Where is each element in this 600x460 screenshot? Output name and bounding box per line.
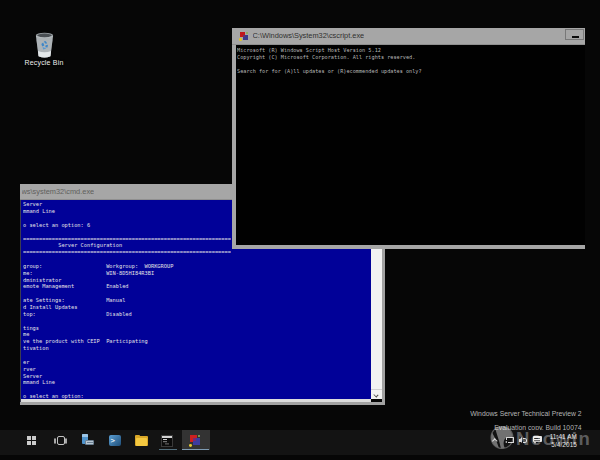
eval-watermark-line1: Windows Server Technical Preview 2 (470, 407, 581, 421)
tray-expand-button[interactable] (492, 438, 499, 443)
chevron-up-icon (492, 438, 497, 443)
powershell-icon: > (110, 436, 115, 445)
volume-tray-button[interactable] (519, 437, 528, 445)
cmd-window-border-left (20, 200, 21, 402)
tray-clock[interactable]: 11:41 AM 5/4/2015 (543, 433, 577, 450)
cscript-window-icon (240, 32, 249, 41)
file-explorer-button[interactable] (135, 436, 148, 446)
cmd-console-text: Server mmand Line o select an option: 6 … (23, 201, 231, 399)
cmd-scroll-down-icon[interactable] (371, 389, 382, 399)
desktop: Recycle Bin Windows Server Technical Pre… (0, 0, 600, 460)
cmd-window-border-bottom (20, 402, 385, 405)
minimize-button[interactable] (565, 29, 585, 41)
network-tray-button[interactable] (505, 437, 515, 444)
cscript-window-border-left (232, 45, 236, 249)
start-icon (27, 436, 31, 440)
server-manager-button[interactable] (81, 434, 94, 446)
minimize-icon (572, 36, 579, 38)
recycle-bin-label: Recycle Bin (13, 59, 75, 66)
recycle-bin-shortcut[interactable]: Recycle Bin (13, 32, 75, 66)
powershell-button[interactable]: > (109, 435, 121, 446)
cmd-window-title: ws\system32\cmd.exe (22, 184, 95, 200)
start-button[interactable] (27, 436, 37, 446)
taskbar: > (0, 430, 600, 455)
task-view-button[interactable] (54, 436, 67, 445)
cscript-window: C:\Windows\System32\cscript.exe Microsof… (232, 28, 585, 249)
recycle-bin-icon (33, 32, 56, 58)
cscript-window-titlebar[interactable]: C:\Windows\System32\cscript.exe (232, 28, 585, 45)
action-center-button[interactable] (533, 436, 542, 445)
task-view-icon (57, 436, 65, 445)
tray-time: 11:41 AM (543, 433, 577, 442)
cmd-taskbar-button[interactable] (161, 435, 174, 448)
cscript-window-border-bottom (232, 245, 585, 249)
cscript-running-indicator (182, 449, 209, 451)
cscript-console-text: Microsoft (R) Windows Script Host Versio… (237, 46, 422, 74)
cscript-window-title: C:\Windows\System32\cscript.exe (253, 28, 365, 45)
tray-date: 5/4/2015 (543, 441, 577, 450)
cmd-running-indicator (159, 449, 177, 451)
cscript-taskbar-icon (189, 435, 202, 448)
cscript-console-output[interactable]: Microsoft (R) Windows Script Host Versio… (236, 45, 585, 246)
cmd-taskbar-icon (162, 436, 173, 438)
